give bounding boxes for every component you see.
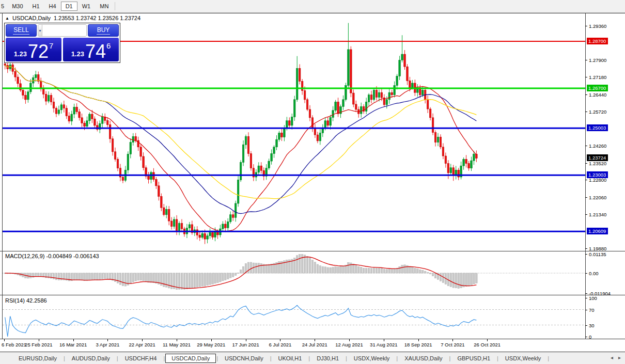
tab-usdchf-h4[interactable]: USDCHF,H4 [119, 354, 163, 363]
volume-decrease-icon[interactable]: ▼ [38, 25, 42, 36]
rsi-tick-mark [585, 325, 587, 326]
date-tick-mark [349, 339, 350, 341]
date-tick-mark [142, 339, 143, 341]
timeframe-button-w1[interactable]: W1 [77, 2, 96, 11]
volume-input[interactable] [42, 25, 87, 36]
timeframe-button-h1[interactable]: H1 [28, 2, 44, 11]
tab-separator: | [216, 355, 218, 361]
price-line-label: 1.20609 [587, 228, 608, 234]
tab-separator: | [117, 355, 118, 361]
date-tick-mark [4, 339, 5, 341]
volume-stepper: ▼ ▲ [38, 24, 87, 37]
price-tick-label: 1.29360 [589, 23, 606, 29]
tab-separator: | [64, 355, 65, 361]
date-tick-mark [487, 339, 488, 341]
current-price-label: 1.23724 [587, 154, 608, 161]
price-tick-label: 1.27180 [589, 74, 606, 80]
rsi-tick-mark [585, 337, 587, 337]
date-tick-mark [315, 339, 315, 341]
tab-audusd-daily[interactable]: AUDUSD,Daily [66, 354, 116, 363]
price-line-label: 1.28700 [587, 38, 608, 44]
date-label: 6 Feb 2021 [2, 342, 26, 347]
date-tick-mark [384, 339, 384, 341]
chart-tabbar: EURUSD,Daily|AUDUSD,Daily|USDCHF,H4|USDC… [0, 352, 625, 364]
buy-price-tile[interactable]: 1.23746 [63, 38, 119, 61]
one-click-trade-panel: SELL ▼ ▲ BUY 1.23727 1.23746 [4, 23, 120, 63]
date-tick-mark [246, 339, 246, 341]
tab-usdx-weekly[interactable]: USDX,Weekly [348, 354, 396, 363]
price-line-label: 1.25003 [587, 124, 608, 131]
date-tick-mark [452, 339, 453, 341]
rsi-tick-label: 100 [589, 295, 597, 301]
price-tick-mark [585, 77, 587, 77]
trading-terminal-window: 5M30H1H4D1W1MN ▲ USDCAD,Daily 1.23553 1.… [0, 0, 625, 364]
tab-separator: | [396, 355, 398, 361]
price-tick-mark [585, 180, 587, 180]
tab-usdcnh-daily[interactable]: USDCNH,Daily [218, 354, 270, 363]
rsi-label: RSI(14) 42.2586 [5, 297, 47, 304]
tab-separator: | [346, 355, 347, 361]
price-line-label: 1.23003 [587, 171, 608, 178]
price-tick-mark [585, 248, 587, 249]
macd-tick-label: 0.01135 [589, 251, 606, 257]
rsi-indicator-canvas[interactable] [3, 295, 585, 339]
date-tick-mark [73, 339, 74, 341]
price-tick-label: 1.27900 [589, 57, 606, 63]
tab-scroll-right-icon[interactable]: ▸ [618, 355, 621, 360]
macd-tick-mark [585, 293, 587, 294]
tab-ukoil-h1[interactable]: UKOil,H1 [272, 354, 308, 363]
price-tick-mark [585, 197, 587, 198]
date-label: 18 Sep 2021 [404, 342, 432, 347]
tab-dj30-h1[interactable]: DJ30,H1 [310, 354, 345, 363]
tab-separator: | [497, 355, 498, 361]
date-label: 29 May 2021 [197, 342, 225, 347]
buy-button[interactable]: BUY [88, 24, 119, 37]
tab-eurusd-daily[interactable]: EURUSD,Daily [12, 354, 63, 363]
date-label: 22 Apr 2021 [129, 342, 155, 347]
tab-xauusd-daily[interactable]: XAUUSD,Daily [398, 354, 448, 363]
tab-scroll-left-icon[interactable]: ◂ [611, 355, 613, 360]
date-label: 24 Jul 2021 [302, 342, 327, 347]
tab-separator: | [163, 355, 165, 361]
rsi-tick-mark [585, 298, 587, 298]
date-label: 12 Aug 2021 [335, 342, 363, 347]
macd-tick-mark [585, 273, 587, 274]
date-tick-mark [211, 339, 212, 341]
tab-usdcad-daily[interactable]: USDCAD,Daily [165, 354, 216, 363]
rsi-tick-mark [585, 310, 587, 310]
timeframe-button-mn[interactable]: MN [95, 2, 113, 11]
macd-tick-mark [585, 254, 587, 255]
timeframe-button-h4[interactable]: H4 [44, 2, 61, 11]
tab-gbpusd-h1[interactable]: GBPUSD,H1 [451, 354, 496, 363]
timeframe-button-5[interactable]: 5 [0, 2, 7, 11]
tab-usdx-weekly[interactable]: USDX,Weekly [499, 354, 547, 363]
tab-separator: | [270, 355, 272, 361]
price-tick-mark [585, 112, 587, 112]
date-tick-mark [177, 339, 177, 341]
date-tick-mark [107, 339, 108, 341]
date-tick-mark [418, 339, 419, 341]
price-tick-label: 1.19880 [589, 246, 606, 251]
sell-price-tile[interactable]: 1.23727 [6, 38, 61, 61]
collapse-triangle-icon[interactable]: ▲ [5, 16, 9, 21]
price-tick-label: 1.24260 [589, 143, 606, 149]
macd-label: MACD(12,26,9) -0.004849 -0.006143 [5, 253, 99, 259]
date-label: 31 Aug 2021 [370, 342, 397, 347]
tab-separator: | [548, 355, 549, 361]
price-axis-divider [585, 13, 586, 339]
price-tick-mark [585, 26, 587, 26]
timeframe-button-m30[interactable]: M30 [7, 2, 27, 11]
date-label: 17 Jun 2021 [232, 342, 259, 347]
price-tick-mark [585, 94, 587, 95]
timeframe-button-d1[interactable]: D1 [61, 2, 77, 11]
price-tick-label: 1.21340 [589, 212, 606, 217]
price-tick-mark [585, 163, 587, 164]
date-label: 26 Oct 2021 [474, 342, 501, 347]
price-tick-label: 1.26440 [589, 92, 606, 98]
macd-tick-label: 0.00 [589, 271, 599, 276]
price-tick-mark [585, 146, 587, 146]
chart-symbol-label: USDCAD,Daily [12, 15, 51, 21]
sell-button[interactable]: SELL [6, 24, 37, 37]
date-axis[interactable]: 6 Feb 202125 Feb 202116 Mar 20213 Apr 20… [0, 339, 625, 352]
price-line-label: 1.26700 [587, 85, 608, 91]
